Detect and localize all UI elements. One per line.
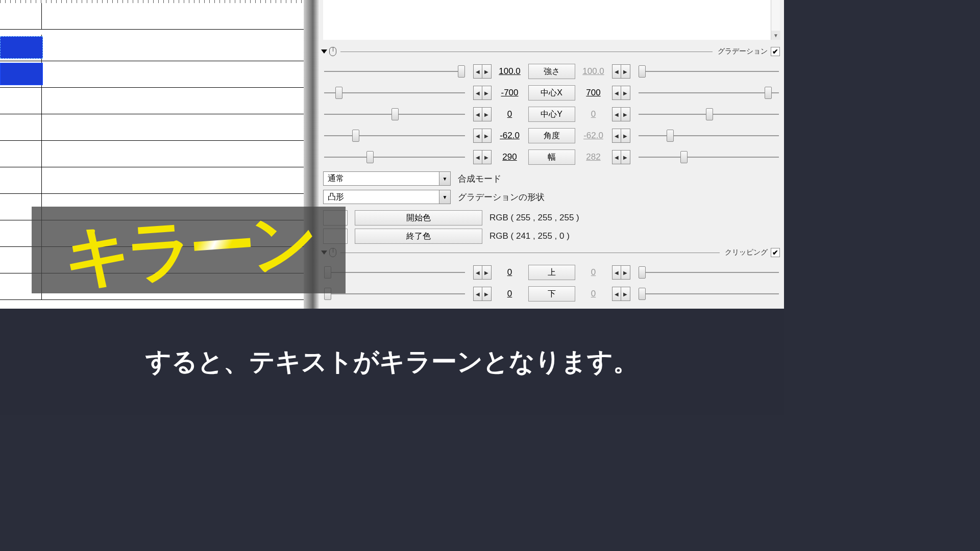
end-color-button[interactable]: 終了色 xyxy=(355,229,482,244)
chevron-left-icon[interactable]: ◀ xyxy=(474,266,483,279)
section-header-clipping[interactable]: クリッピング ✔ xyxy=(319,247,784,258)
chevron-right-icon[interactable]: ▶ xyxy=(621,86,630,99)
slider-left[interactable] xyxy=(319,92,470,93)
slider-left[interactable] xyxy=(319,135,470,136)
param-row: ◀▶ -62.0 角度 -62.0 ◀▶ xyxy=(319,126,784,146)
slider-right[interactable] xyxy=(633,114,785,115)
nudge-right[interactable]: ◀▶ xyxy=(612,150,630,164)
slider-right[interactable] xyxy=(633,135,785,136)
param-value-left[interactable]: 0 xyxy=(495,289,525,299)
chevron-right-icon[interactable]: ▶ xyxy=(621,287,630,300)
clipping-checkbox[interactable]: ✔ xyxy=(771,248,780,257)
shape-select[interactable]: 凸形 ▼ xyxy=(323,190,451,204)
nudge-right[interactable]: ◀▶ xyxy=(612,86,630,100)
scrollbar-vertical[interactable]: ▼ xyxy=(771,0,780,40)
chevron-right-icon[interactable]: ▶ xyxy=(621,129,630,142)
blend-mode-select[interactable]: 通常 ▼ xyxy=(323,171,451,186)
chevron-left-icon[interactable]: ◀ xyxy=(612,266,622,279)
param-value-right[interactable]: 700 xyxy=(578,88,609,98)
slider-right[interactable] xyxy=(633,272,785,273)
param-value-right[interactable]: -62.0 xyxy=(578,131,609,141)
gradation-checkbox[interactable]: ✔ xyxy=(771,47,780,56)
param-value-right[interactable]: 282 xyxy=(578,152,609,162)
chevron-left-icon[interactable]: ◀ xyxy=(612,108,622,121)
timeline-clip[interactable] xyxy=(0,63,43,85)
chevron-left-icon[interactable]: ◀ xyxy=(612,151,622,164)
param-value-left[interactable]: 100.0 xyxy=(495,66,525,77)
param-value-left[interactable]: 0 xyxy=(495,267,525,278)
chevron-right-icon[interactable]: ▶ xyxy=(482,266,491,279)
param-name-button[interactable]: 強さ xyxy=(528,64,575,79)
chevron-right-icon[interactable]: ▶ xyxy=(482,86,491,99)
chevron-left-icon[interactable]: ◀ xyxy=(474,151,483,164)
chevron-left-icon[interactable]: ◀ xyxy=(474,287,483,300)
timeline-track[interactable] xyxy=(0,88,304,114)
chevron-right-icon[interactable]: ▶ xyxy=(621,266,630,279)
timeline-track[interactable] xyxy=(0,35,304,61)
param-value-right[interactable]: 100.0 xyxy=(578,66,609,77)
nudge-right[interactable]: ◀▶ xyxy=(612,287,630,301)
chevron-right-icon[interactable]: ▶ xyxy=(482,108,491,121)
chevron-right-icon[interactable]: ▶ xyxy=(482,65,491,78)
param-value-right[interactable]: 0 xyxy=(578,267,609,278)
timeline-track[interactable] xyxy=(0,61,304,88)
chevron-right-icon[interactable]: ▶ xyxy=(621,65,630,78)
param-value-right[interactable]: 0 xyxy=(578,289,609,299)
nudge-right[interactable]: ◀▶ xyxy=(612,107,630,121)
section-header-gradation[interactable]: グラデーション ✔ xyxy=(319,46,784,57)
slider-right[interactable] xyxy=(633,293,785,294)
chevron-left-icon[interactable]: ◀ xyxy=(474,108,483,121)
chevron-down-icon[interactable]: ▼ xyxy=(439,190,450,204)
param-value-left[interactable]: 0 xyxy=(495,109,525,119)
param-name-button[interactable]: 中心Y xyxy=(528,107,575,122)
chevron-left-icon[interactable]: ◀ xyxy=(474,86,483,99)
chevron-right-icon[interactable]: ▶ xyxy=(482,287,491,300)
track-head xyxy=(0,3,42,29)
nudge-left[interactable]: ◀▶ xyxy=(473,129,492,143)
timeline-track[interactable] xyxy=(0,167,304,194)
chevron-left-icon[interactable]: ◀ xyxy=(612,65,622,78)
param-name-button[interactable]: 上 xyxy=(528,265,575,280)
param-value-left[interactable]: 290 xyxy=(495,152,525,162)
slider-right[interactable] xyxy=(633,157,785,158)
param-name-button[interactable]: 下 xyxy=(528,286,575,302)
nudge-left[interactable]: ◀▶ xyxy=(473,287,492,301)
chevron-left-icon[interactable]: ◀ xyxy=(612,129,622,142)
nudge-right[interactable]: ◀▶ xyxy=(612,265,630,280)
nudge-right[interactable]: ◀▶ xyxy=(612,64,630,79)
chevron-right-icon[interactable]: ▶ xyxy=(482,129,491,142)
nudge-left[interactable]: ◀▶ xyxy=(473,107,492,121)
nudge-left[interactable]: ◀▶ xyxy=(473,86,492,100)
slider-right[interactable] xyxy=(633,92,785,93)
param-name-button[interactable]: 中心X xyxy=(528,85,575,101)
scroll-down-icon[interactable]: ▼ xyxy=(771,31,780,40)
slider-right[interactable] xyxy=(633,71,785,72)
nudge-left[interactable]: ◀▶ xyxy=(473,150,492,164)
nudge-right[interactable]: ◀▶ xyxy=(612,129,630,143)
param-value-left[interactable]: -62.0 xyxy=(495,131,525,141)
chevron-right-icon[interactable]: ▶ xyxy=(621,108,630,121)
slider-left[interactable] xyxy=(319,293,470,294)
param-name-button[interactable]: 角度 xyxy=(528,128,575,143)
timeline-track[interactable] xyxy=(0,141,304,167)
nudge-left[interactable]: ◀▶ xyxy=(473,64,492,79)
slider-left[interactable] xyxy=(319,71,470,72)
chevron-left-icon[interactable]: ◀ xyxy=(474,129,483,142)
timeline-track[interactable] xyxy=(0,114,304,141)
timeline-clip-selected[interactable] xyxy=(0,36,43,59)
slider-left[interactable] xyxy=(319,157,470,158)
slider-left[interactable] xyxy=(319,114,470,115)
param-value-left[interactable]: -700 xyxy=(495,88,525,98)
chevron-left-icon[interactable]: ◀ xyxy=(612,86,622,99)
timeline-track[interactable] xyxy=(0,3,304,30)
collapse-icon[interactable] xyxy=(321,49,327,54)
chevron-left-icon[interactable]: ◀ xyxy=(612,287,622,300)
chevron-left-icon[interactable]: ◀ xyxy=(474,65,483,78)
param-name-button[interactable]: 幅 xyxy=(528,149,575,165)
start-color-button[interactable]: 開始色 xyxy=(355,210,482,226)
chevron-down-icon[interactable]: ▼ xyxy=(439,172,450,185)
chevron-right-icon[interactable]: ▶ xyxy=(621,151,630,164)
param-value-right[interactable]: 0 xyxy=(578,109,609,119)
chevron-right-icon[interactable]: ▶ xyxy=(482,151,491,164)
nudge-left[interactable]: ◀▶ xyxy=(473,265,492,280)
